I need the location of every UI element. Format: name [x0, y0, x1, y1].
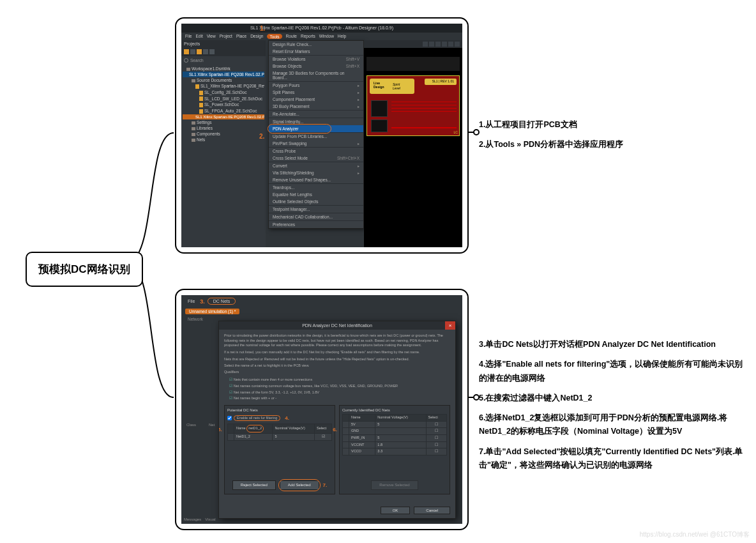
- toolbar-icon[interactable]: [190, 49, 195, 54]
- tools-dropdown[interactable]: Design Rule Check...Reset Error MarkersB…: [268, 40, 364, 229]
- qualifier-item[interactable]: Net names begin with + or -: [229, 395, 450, 402]
- toolbar-icon[interactable]: [184, 49, 189, 54]
- menu-view[interactable]: View: [207, 34, 216, 39]
- menu-item[interactable]: Manage 3D Bodies for Components on Board…: [269, 70, 363, 82]
- current-table[interactable]: NameNominal Voltage(V)Select 5V5☐ GND☐ P…: [342, 414, 447, 455]
- table-row[interactable]: PWR_IN5☐: [343, 435, 447, 442]
- tree-file[interactable]: SL_Config_2E.SchDoc: [183, 89, 264, 96]
- menu-item[interactable]: Preferences: [269, 221, 363, 228]
- toolbar-icon[interactable]: [203, 49, 208, 54]
- tree-file[interactable]: SL_FPGA_Auto_2E.SchDoc: [183, 108, 264, 114]
- menu-route[interactable]: Route: [286, 34, 297, 39]
- table-row[interactable]: VCCO3.3☐: [343, 448, 447, 455]
- qualifiers: Nets that contain more than 4 or more co…: [224, 375, 450, 404]
- menu-item[interactable]: Browse ViolationsShift+V: [269, 56, 363, 63]
- menu-item[interactable]: Re-Annotate...: [269, 111, 363, 118]
- tree-file[interactable]: SL1_Xilinx Spartan-IIE PQ208_Rev1.02.S: [183, 83, 264, 89]
- enable-all-nets-checkbox[interactable]: Enable all nets for filtering 4.: [227, 414, 332, 422]
- table-row[interactable]: GND☐: [343, 428, 447, 435]
- toolbar-icon[interactable]: [209, 49, 215, 54]
- cancel-button[interactable]: Cancel: [414, 507, 450, 514]
- remove-selected-button[interactable]: Remove Selected: [371, 480, 418, 489]
- add-selected-button[interactable]: Add Selected: [280, 480, 319, 489]
- menu-edit[interactable]: Edit: [195, 34, 202, 39]
- step-7-marker: 7.: [323, 482, 328, 489]
- qualifier-item[interactable]: Net names of the form 5V, 3.3, -1.2, +12…: [229, 389, 450, 395]
- pdn-tab-file[interactable]: File: [185, 298, 197, 304]
- altium-app: SL1 Xilinx Spartan-IIE PQ208 Rev1.02.Prj…: [181, 24, 462, 247]
- table-row[interactable]: 5V5☐: [343, 421, 447, 428]
- name-filter-input[interactable]: netD1_2: [246, 425, 264, 432]
- table-row[interactable]: VCCINT1.8☐: [343, 441, 447, 448]
- tree-workspace[interactable]: Workspace1.DsnWrk: [183, 66, 264, 72]
- tree-file[interactable]: SL_Power.SchDoc: [183, 102, 264, 108]
- reject-selected-button[interactable]: Reject Selected: [232, 480, 276, 489]
- dialog-intro: Nets that are Rejected or Removed will n…: [224, 357, 450, 362]
- menu-item[interactable]: 3D Body Placement: [269, 103, 363, 111]
- menu-item[interactable]: Equalize Net Lengths: [269, 191, 363, 198]
- menu-item[interactable]: Cross Probe: [269, 148, 363, 155]
- menu-file[interactable]: File: [185, 34, 192, 39]
- menu-item[interactable]: Convert: [269, 162, 363, 169]
- menu-item[interactable]: Component Placement: [269, 96, 363, 103]
- tree-folder-settings[interactable]: Settings: [183, 119, 264, 125]
- menu-item[interactable]: Outline Selected Objects: [269, 198, 363, 206]
- potential-table[interactable]: Name netD1_2 Nominal Voltage(V) Select N…: [227, 424, 332, 440]
- menu-item[interactable]: PDN Analyzer: [269, 125, 363, 133]
- ok-button[interactable]: OK: [381, 507, 411, 514]
- close-icon[interactable]: ×: [445, 321, 455, 330]
- menu-reports[interactable]: Reports: [301, 34, 315, 39]
- tab-visual[interactable]: Visual: [205, 517, 215, 521]
- pdn-tabs[interactable]: File 3. DC Nets: [181, 295, 462, 307]
- projects-panel: Projects Search Workspace1.DsnWrk SL1 Xi…: [181, 40, 266, 247]
- menu-place[interactable]: Place: [236, 34, 246, 39]
- menu-item[interactable]: Teardrops...: [269, 184, 363, 191]
- dc-net-dialog: PDN Analyzer DC Net Identification × Pri…: [218, 321, 456, 519]
- projects-toolbar[interactable]: [181, 47, 266, 56]
- annotation-step-1: 1.从工程项目打开PCB文档: [479, 118, 747, 132]
- tree-project[interactable]: SL1 Xilinx Spartan-IIE PQ208 Rev1.02.Prj…: [183, 72, 264, 77]
- pcb-view[interactable]: LiveDesign SpiritLevel SL1 | REV 1.01 LC: [364, 40, 462, 247]
- pdn-sim-tab[interactable]: Unnamed simulation (1) *: [181, 307, 462, 316]
- menu-item[interactable]: Design Rule Check...: [269, 41, 363, 48]
- menu-item[interactable]: Testpoint Manager...: [269, 206, 363, 213]
- qualifier-item[interactable]: Net names containing common voltage bus …: [229, 383, 450, 390]
- menu-design[interactable]: Design: [250, 34, 263, 39]
- tree-source-docs[interactable]: Source Documents: [183, 77, 264, 83]
- menu-item[interactable]: Mechanical CAD Collaboration...: [269, 213, 363, 221]
- qualifier-item[interactable]: Nets that contain more than 4 or more co…: [229, 377, 450, 383]
- pcb-toolbar[interactable]: [364, 40, 462, 48]
- table-row[interactable]: NetD1_2 5 ☑: [228, 433, 332, 440]
- menu-item[interactable]: Update From PCB Libraries...: [269, 133, 363, 140]
- title-box: 预模拟DC网络识别: [26, 252, 143, 287]
- menu-item[interactable]: Cross Select ModeShift+Ctrl+X: [269, 155, 363, 162]
- tree-folder-libraries[interactable]: Libraries: [183, 125, 264, 131]
- tab-messages[interactable]: Messages: [184, 517, 201, 521]
- menubar[interactable]: File Edit View Project Place Design Tool…: [181, 33, 462, 40]
- menu-item[interactable]: Pin/Part Swapping: [269, 140, 363, 148]
- current-title: Currently Identified DC Nets: [342, 408, 447, 413]
- menu-item[interactable]: Via Stitching/Shielding: [269, 169, 363, 176]
- menu-tools[interactable]: Tools: [267, 34, 282, 39]
- tree-folder-components[interactable]: Components: [183, 131, 264, 137]
- project-tree[interactable]: Workspace1.DsnWrk SL1 Xilinx Spartan-IIE…: [181, 65, 266, 144]
- step-2-marker: 2.: [259, 133, 264, 140]
- pdn-tab-dcnets[interactable]: DC Nets: [208, 298, 236, 305]
- tree-folder-nets[interactable]: Nets: [183, 137, 264, 142]
- menu-item[interactable]: Polygon Pours: [269, 82, 363, 89]
- checkbox[interactable]: [227, 416, 232, 420]
- menu-item[interactable]: Remove Unused Pad Shapes...: [269, 176, 363, 184]
- annotation-bottom: 3.单击DC Nets以打开对话框PDN Analyzer DC Net Ide…: [479, 338, 747, 478]
- menu-project[interactable]: Project: [220, 34, 232, 39]
- menu-help[interactable]: Help: [338, 34, 346, 39]
- menu-item[interactable]: Split Planes: [269, 89, 363, 96]
- search-row[interactable]: Search: [181, 56, 266, 65]
- menu-item[interactable]: Reset Error Markers: [269, 48, 363, 56]
- tree-active-pcb[interactable]: SL1 Xilinx Spartan-IIE PQ208 Rev1.02.P: [183, 114, 264, 119]
- tree-file[interactable]: SL_LCD_SW_LED_2E.SchDoc: [183, 96, 264, 102]
- menu-window[interactable]: Window: [319, 34, 334, 39]
- menu-item[interactable]: Browse ObjectsShift+X: [269, 63, 363, 70]
- pdn-bottom-tabs[interactable]: Messages Visual: [184, 517, 216, 521]
- toolbar-icon[interactable]: [197, 49, 202, 54]
- annotation-step-5: 5.在搜索过滤器中键入NetD1_2: [479, 392, 747, 405]
